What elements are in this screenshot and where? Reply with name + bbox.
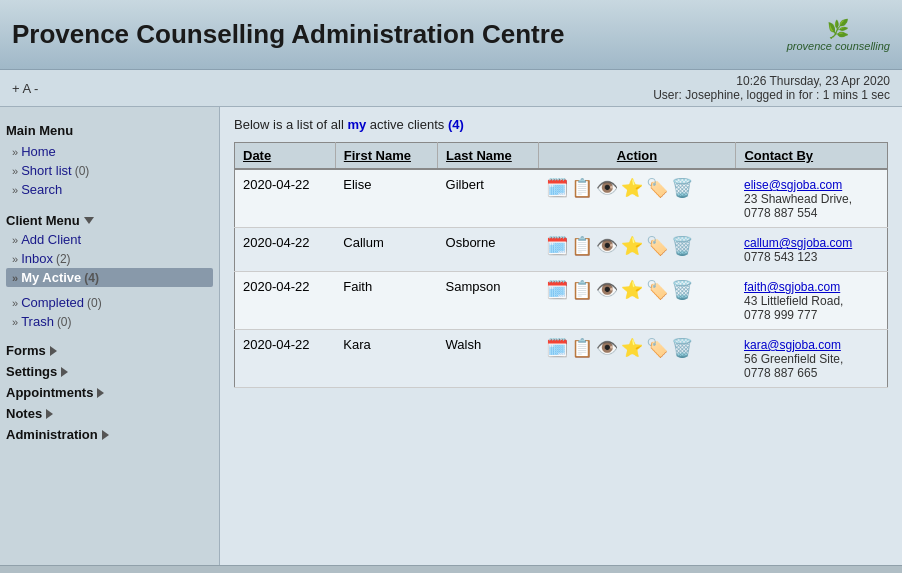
trash-arrow-icon: »: [12, 316, 18, 328]
action-notes-icon[interactable]: 📋: [571, 235, 593, 257]
action-star-icon[interactable]: ⭐: [621, 279, 643, 301]
action-view-icon[interactable]: 👁️: [596, 337, 618, 359]
action-calc-icon[interactable]: 🗓️: [546, 279, 568, 301]
col-firstname[interactable]: First Name: [335, 143, 437, 170]
notes-arrow-icon: [46, 409, 53, 419]
contact-phone: 0778 887 665: [744, 366, 879, 380]
action-calc-icon[interactable]: 🗓️: [546, 235, 568, 257]
contact-address: 23 Shawhead Drive,: [744, 192, 879, 206]
sidebar-administration-header[interactable]: Administration: [6, 427, 213, 442]
action-flag-icon[interactable]: 🏷️: [646, 235, 668, 257]
home-arrow-icon: »: [12, 146, 18, 158]
contact-email-link[interactable]: callum@sgjoba.com: [744, 236, 852, 250]
action-delete-icon[interactable]: 🗑️: [671, 177, 693, 199]
sidebar-myactive-label: My Active: [21, 270, 81, 285]
inbox-badge: (2): [56, 252, 71, 266]
my-highlight: my: [347, 117, 366, 132]
contact-email-link[interactable]: kara@sgjoba.com: [744, 338, 841, 352]
cell-date: 2020-04-22: [235, 272, 336, 330]
cell-contactby: callum@sgjoba.com 0778 543 123: [736, 228, 888, 272]
sidebar-item-completed[interactable]: » Completed (0): [6, 293, 213, 312]
sidebar-item-trash[interactable]: » Trash (0): [6, 312, 213, 331]
sidebar-item-search[interactable]: » Search: [6, 180, 213, 199]
sidebar-item-inbox[interactable]: » Inbox (2): [6, 249, 213, 268]
app-title: Provence Counselling Administration Cent…: [12, 19, 564, 50]
sidebar-item-addclient[interactable]: » Add Client: [6, 230, 213, 249]
settings-label: Settings: [6, 364, 57, 379]
client-menu-chevron-icon: [84, 217, 94, 224]
table-row: 2020-04-22 Faith Sampson 🗓️ 📋 👁️ ⭐ 🏷️ 🗑️…: [235, 272, 888, 330]
font-controls[interactable]: + A -: [12, 81, 38, 96]
sidebar-search-label: Search: [21, 182, 62, 197]
completed-arrow-icon: »: [12, 297, 18, 309]
sidebar-forms-header[interactable]: Forms: [6, 343, 213, 358]
action-view-icon[interactable]: 👁️: [596, 177, 618, 199]
action-delete-icon[interactable]: 🗑️: [671, 337, 693, 359]
cell-action: 🗓️ 📋 👁️ ⭐ 🏷️ 🗑️: [538, 169, 736, 228]
forms-arrow-icon: [50, 346, 57, 356]
action-notes-icon[interactable]: 📋: [571, 337, 593, 359]
logo-area: 🌿 provence counselling: [787, 18, 890, 52]
count-badge: (4): [448, 117, 464, 132]
action-calc-icon[interactable]: 🗓️: [546, 177, 568, 199]
action-notes-icon[interactable]: 📋: [571, 279, 593, 301]
action-star-icon[interactable]: ⭐: [621, 337, 643, 359]
sidebar-completed-label: Completed: [21, 295, 84, 310]
user-info-area: 10:26 Thursday, 23 Apr 2020 User: Joseph…: [653, 74, 890, 102]
col-contactby: Contact By: [736, 143, 888, 170]
sidebar-item-shortlist[interactable]: » Short list (0): [6, 161, 213, 180]
cell-firstname: Kara: [335, 330, 437, 388]
col-lastname[interactable]: Last Name: [438, 143, 538, 170]
cell-lastname: Osborne: [438, 228, 538, 272]
sidebar: Main Menu » Home » Short list (0) » Sear…: [0, 107, 220, 565]
contact-email-link[interactable]: faith@sgjoba.com: [744, 280, 840, 294]
action-flag-icon[interactable]: 🏷️: [646, 337, 668, 359]
main-menu-label: Main Menu: [6, 123, 213, 138]
settings-arrow-icon: [61, 367, 68, 377]
logo-leaf-icon: 🌿: [787, 18, 890, 40]
sidebar-item-myactive[interactable]: » My Active (4): [6, 268, 213, 287]
cell-firstname: Faith: [335, 272, 437, 330]
table-row: 2020-04-22 Kara Walsh 🗓️ 📋 👁️ ⭐ 🏷️ 🗑️ ka…: [235, 330, 888, 388]
action-flag-icon[interactable]: 🏷️: [646, 177, 668, 199]
sidebar-notes-header[interactable]: Notes: [6, 406, 213, 421]
top-bar: + A - 10:26 Thursday, 23 Apr 2020 User: …: [0, 70, 902, 107]
client-menu-label: Client Menu: [6, 213, 80, 228]
description-text: Below is a list of all: [234, 117, 347, 132]
cell-firstname: Callum: [335, 228, 437, 272]
action-star-icon[interactable]: ⭐: [621, 235, 643, 257]
action-flag-icon[interactable]: 🏷️: [646, 279, 668, 301]
action-delete-icon[interactable]: 🗑️: [671, 235, 693, 257]
description-text2: active clients: [366, 117, 448, 132]
sidebar-settings-header[interactable]: Settings: [6, 364, 213, 379]
action-star-icon[interactable]: ⭐: [621, 177, 643, 199]
administration-label: Administration: [6, 427, 98, 442]
action-view-icon[interactable]: 👁️: [596, 235, 618, 257]
col-date[interactable]: Date: [235, 143, 336, 170]
appointments-label: Appointments: [6, 385, 93, 400]
myactive-badge: (4): [84, 271, 99, 285]
contact-address: 56 Greenfield Site,: [744, 352, 879, 366]
user-session-info: User: Josephine, logged in for : 1 mins …: [653, 88, 890, 102]
shortlist-arrow-icon: »: [12, 165, 18, 177]
contact-phone: 0778 543 123: [744, 250, 879, 264]
sidebar-item-home[interactable]: » Home: [6, 142, 213, 161]
forms-label: Forms: [6, 343, 46, 358]
cell-contactby: kara@sgjoba.com 56 Greenfield Site, 0778…: [736, 330, 888, 388]
contact-email-link[interactable]: elise@sgjoba.com: [744, 178, 842, 192]
sidebar-appointments-header[interactable]: Appointments: [6, 385, 213, 400]
table-row: 2020-04-22 Callum Osborne 🗓️ 📋 👁️ ⭐ 🏷️ 🗑…: [235, 228, 888, 272]
action-calc-icon[interactable]: 🗓️: [546, 337, 568, 359]
contact-address: 43 Littlefield Road,: [744, 294, 879, 308]
cell-date: 2020-04-22: [235, 169, 336, 228]
logo-text: provence counselling: [787, 40, 890, 52]
inbox-arrow-icon: »: [12, 253, 18, 265]
notes-label: Notes: [6, 406, 42, 421]
sidebar-inbox-label: Inbox: [21, 251, 53, 266]
action-notes-icon[interactable]: 📋: [571, 177, 593, 199]
action-delete-icon[interactable]: 🗑️: [671, 279, 693, 301]
contact-phone: 0778 887 554: [744, 206, 879, 220]
main-layout: Main Menu » Home » Short list (0) » Sear…: [0, 107, 902, 565]
cell-lastname: Walsh: [438, 330, 538, 388]
action-view-icon[interactable]: 👁️: [596, 279, 618, 301]
